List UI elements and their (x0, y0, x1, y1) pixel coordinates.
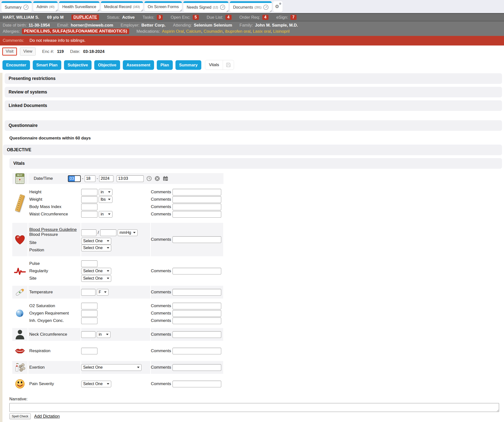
open-in-new-icon[interactable] (220, 5, 225, 10)
open-in-new-icon[interactable] (263, 5, 268, 10)
bp-comments-input[interactable] (173, 236, 221, 243)
set-current-time-icon[interactable] (146, 176, 152, 181)
date-year-input[interactable] (99, 175, 113, 182)
allergies-badge[interactable]: PENICILLINS, SULFA(SULFONAMIDE ANTIBIOTI… (22, 29, 129, 34)
smart-plan-button[interactable]: Smart Plan (33, 60, 61, 70)
open-in-new-icon[interactable] (23, 5, 29, 10)
exertion-comments-input[interactable] (173, 364, 221, 371)
pulse-regularity-label: Regularity (29, 267, 80, 275)
tab-label: Documents (233, 5, 253, 10)
neck-unit-select[interactable]: in (97, 331, 110, 338)
temperature-comments-input[interactable] (173, 289, 221, 296)
neck-comments-input[interactable] (173, 331, 221, 338)
oxygen-requirement-comments-input[interactable] (173, 310, 221, 317)
tab-health-surveillance[interactable]: Health Surveillance (59, 1, 99, 11)
bp-diastolic-input[interactable] (100, 229, 116, 236)
dob-value: 11-30-1954 (29, 23, 50, 28)
calendar-picker-icon[interactable] (163, 176, 168, 181)
tab-admin[interactable]: Admin (40) (33, 1, 58, 11)
subjective-button[interactable]: Subjective (64, 60, 92, 70)
o2-saturation-comments-input[interactable] (173, 303, 221, 309)
temperature-unit-select[interactable]: F (97, 289, 109, 296)
o2-saturation-input[interactable] (81, 303, 97, 309)
temperature-label: Temperature (29, 288, 80, 296)
tab-on-screen-forms[interactable]: On Screen Forms (144, 1, 182, 11)
medication-link[interactable]: Lisinopril (273, 29, 290, 34)
save-icon[interactable] (223, 60, 234, 69)
bmi-input[interactable] (81, 204, 97, 210)
section-objective[interactable]: OBJECTIVE (3, 145, 502, 155)
ruler-icon (12, 188, 28, 218)
add-dictation-link[interactable]: Add Dictation (34, 414, 60, 419)
objective-button[interactable]: Objective (94, 60, 120, 70)
tab-summary[interactable]: Summary (1, 1, 32, 12)
inh-oxygen-conc-input[interactable] (81, 317, 97, 324)
tab-medical-record[interactable]: Medical Record (163) (101, 1, 143, 11)
spell-check-button[interactable]: Spell Check (9, 413, 31, 419)
bp-unit-select[interactable]: mmHg (118, 229, 138, 236)
section-review-of-systems[interactable]: Review of systems (5, 87, 502, 97)
oxygen-requirement-input[interactable] (81, 310, 97, 317)
bp-systolic-input[interactable] (81, 229, 96, 236)
weight-unit-select[interactable]: lbs (99, 196, 112, 203)
neck-circumference-input[interactable] (81, 331, 95, 338)
assessment-button[interactable]: Assessment (123, 60, 154, 70)
section-linked-documents[interactable]: Linked Documents (5, 100, 502, 111)
esign-count-badge[interactable]: 7 (290, 15, 297, 20)
time-input[interactable] (117, 175, 144, 182)
due-list-count-badge[interactable]: 4 (225, 15, 232, 20)
pain-comments-input[interactable] (173, 381, 221, 387)
height-comments-input[interactable] (173, 189, 221, 196)
waist-input[interactable] (81, 211, 97, 218)
employer-label: Employer: (121, 23, 140, 28)
height-unit-select[interactable]: in (99, 189, 112, 196)
open-enc-count-badge[interactable]: 5 (193, 15, 199, 20)
temperature-input[interactable] (81, 289, 95, 296)
date-month-input[interactable] (68, 175, 81, 182)
pulse-comments-input[interactable] (173, 268, 221, 274)
medication-link[interactable]: Lasix oral (253, 29, 271, 34)
clear-datetime-icon[interactable] (155, 176, 160, 181)
visit-tab-button[interactable]: Visit (2, 47, 17, 56)
weight-comments-input[interactable] (173, 196, 221, 203)
section-presenting-restrictions[interactable]: Presenting restrictions (5, 73, 502, 84)
view-tab-button[interactable]: View (20, 47, 36, 56)
encounter-button[interactable]: Encounter (2, 60, 30, 70)
pain-severity-select[interactable]: Select One (81, 381, 111, 387)
summary-button[interactable]: Summary (175, 60, 201, 70)
bp-position-select[interactable]: Select One (81, 245, 111, 251)
family-value: John M. Sample, M.D. (255, 23, 298, 28)
tab-documents[interactable]: Documents (281) (230, 1, 272, 12)
duplicate-badge[interactable]: DUPLICATE (71, 15, 99, 20)
section-vitals[interactable]: Vitals (9, 158, 502, 169)
bp-site-select[interactable]: Select One (81, 238, 111, 244)
order-req-count-badge[interactable]: 4 (262, 15, 268, 20)
exertion-select[interactable]: Select One (81, 364, 142, 371)
medication-link[interactable]: ibuprofen oral (225, 29, 251, 34)
bp-guideline-link[interactable]: Blood Pressure Guideline (29, 227, 77, 232)
date-day-input[interactable] (85, 175, 95, 182)
pulse-input[interactable] (81, 260, 97, 267)
section-questionnaire[interactable]: Questionnaire (5, 120, 502, 131)
pulse-site-select[interactable]: Select One (81, 275, 111, 282)
height-input[interactable] (81, 189, 97, 196)
weight-input[interactable] (81, 196, 97, 203)
medication-link[interactable]: Calcium (186, 29, 201, 34)
plan-button[interactable]: Plan (157, 60, 173, 70)
waist-unit-select[interactable]: in (99, 211, 112, 218)
tasks-count-badge[interactable]: 3 (157, 15, 163, 20)
email-label: Email: (57, 23, 69, 28)
narrative-textarea[interactable] (9, 403, 499, 412)
inh-oxygen-conc-comments-input[interactable] (173, 317, 221, 324)
height-label: Height (29, 188, 80, 196)
settings-gear-icon[interactable] (273, 1, 283, 12)
respiration-input[interactable] (81, 348, 97, 354)
tab-count: (12) (213, 6, 218, 9)
medication-link[interactable]: Coumadin (204, 29, 223, 34)
respiration-comments-input[interactable] (173, 348, 221, 354)
waist-comments-input[interactable] (173, 211, 221, 218)
bmi-comments-input[interactable] (173, 204, 221, 210)
tab-needs-signed[interactable]: Needs Signed (12) (183, 1, 228, 12)
medication-link[interactable]: Aspirin Oral (162, 29, 184, 34)
pulse-regularity-select[interactable]: Select One (81, 268, 111, 274)
